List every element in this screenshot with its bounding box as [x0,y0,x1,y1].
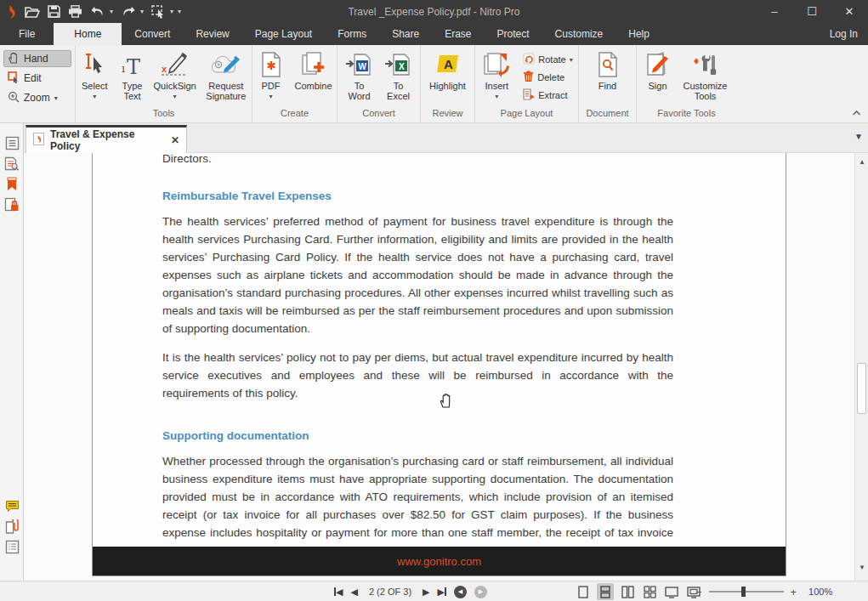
hand-mode-label: Hand [24,53,48,65]
print-button[interactable] [68,5,82,18]
window-controls: – ☐ ✕ [756,0,868,23]
tab-erase[interactable]: Erase [432,23,484,45]
document-viewport[interactable]: Directors. Reimbursable Travel Expenses … [24,153,854,581]
combine-button[interactable]: Combine [291,48,337,93]
vertical-scrollbar[interactable]: ▲ ▼ [854,153,868,581]
undo-button[interactable] [90,6,105,18]
tab-page-layout[interactable]: Page Layout [242,23,325,45]
next-page-button[interactable]: ▶ [423,587,429,598]
group-create: PDF ▾ Combine Create [252,45,337,122]
security-panel-icon[interactable] [0,195,24,214]
tab-review[interactable]: Review [183,23,241,45]
nitro-logo-icon [5,4,17,20]
scrollbar-thumb[interactable] [857,363,866,414]
zoom-in-button[interactable]: + [791,586,797,598]
tab-close-icon[interactable]: ✕ [171,134,179,146]
zoom-level-value[interactable]: 100% [803,587,832,597]
pdf-button[interactable]: PDF ▾ [253,48,289,104]
pdf-page: Directors. Reimbursable Travel Expenses … [92,153,786,576]
fit-width-view-icon[interactable] [663,583,680,600]
customize-tools-button[interactable]: Customize Tools [678,48,734,103]
page-layout-small-buttons: Rotate ▾ Delete Extract [520,48,575,103]
zoom-mode-button[interactable]: Zoom ▾ [3,89,71,106]
facing-view-icon[interactable] [619,583,636,600]
to-word-button[interactable]: W To Word [341,48,378,103]
first-page-button[interactable]: ◀ [334,587,343,598]
tab-file[interactable]: File [0,23,54,45]
insert-icon [483,50,510,79]
footer-url-link[interactable]: www.gonitro.com [397,555,481,568]
maximize-button[interactable]: ☐ [793,0,831,23]
select-button[interactable]: Select ▾ [76,48,114,104]
tab-home[interactable]: Home [54,23,122,45]
zoom-out-button[interactable]: − [695,586,702,598]
hand-mode-button[interactable]: Hand [3,50,71,67]
titlebar: ▾ ▾ ▾ ▾ Travel _Expense Policy.pdf - Nit… [0,0,868,23]
tab-protect[interactable]: Protect [485,23,542,45]
tab-customize[interactable]: Customize [542,23,616,45]
collapse-ribbon-button[interactable] [852,107,861,119]
select-tool-button[interactable] [151,5,166,19]
request-signature-button[interactable]: Request Signature [201,48,252,103]
outline-panel-icon[interactable] [0,537,24,557]
search-panel-icon[interactable] [0,154,24,173]
page-footer-band: www.gonitro.com [93,547,786,575]
pages-panel-icon[interactable] [0,133,24,153]
customize-qat-caret[interactable]: ▾ [178,8,181,15]
edit-mode-button[interactable]: Edit [3,70,71,87]
section-heading-supporting: Supporting documentation [162,428,673,443]
save-button[interactable] [48,5,60,18]
insert-label: Insert [485,81,509,91]
redo-button[interactable] [121,6,136,18]
group-document: Find Document [578,45,636,122]
sign-button[interactable]: Sign [640,48,676,93]
zoom-slider-handle[interactable] [741,587,746,597]
minimize-button[interactable]: – [756,0,793,23]
tab-list-dropdown-icon[interactable]: ▼ [854,132,863,141]
tab-forms[interactable]: Forms [325,23,379,45]
find-button[interactable]: Find [589,48,627,93]
tab-help[interactable]: Help [616,23,662,45]
next-view-button[interactable]: ▶ [474,586,487,598]
previous-view-button[interactable]: ◀ [454,586,467,598]
undo-dropdown-caret[interactable]: ▾ [110,8,113,15]
continuous-view-icon[interactable] [597,583,614,600]
group-label-page-layout: Page Layout [475,108,578,122]
to-word-icon: W [345,50,374,79]
extract-button[interactable]: Extract [520,88,575,103]
redo-dropdown-caret[interactable]: ▾ [140,8,144,15]
document-tab[interactable]: Travel & Expense Policy ✕ [26,125,187,153]
type-text-button[interactable]: ıT Type Text [116,48,150,103]
log-in-button[interactable]: Log In [830,23,858,45]
highlight-button[interactable]: A Highlight [423,48,473,93]
rotate-button[interactable]: Rotate ▾ [520,52,575,67]
to-excel-icon: X [384,50,413,79]
last-page-button[interactable]: ▶ [438,587,446,598]
zoom-slider[interactable] [709,591,784,592]
quicksign-button[interactable]: x QuickSign ▾ [151,48,199,104]
facing-continuous-view-icon[interactable] [641,583,658,600]
close-button[interactable]: ✕ [831,0,868,23]
attachments-panel-icon[interactable] [0,517,24,536]
navigation-sidebar [0,123,24,581]
previous-page-button[interactable]: ◀ [350,587,357,598]
open-button[interactable] [25,6,40,18]
insert-button[interactable]: Insert ▾ [478,48,515,104]
tab-share[interactable]: Share [379,23,432,45]
request-signature-label: Request Signature [203,81,249,101]
pdf-icon [260,50,282,79]
single-page-view-icon[interactable] [575,583,592,600]
delete-button[interactable]: Delete [520,70,575,85]
quicksign-label: QuickSign [154,81,196,91]
comments-panel-icon[interactable] [0,496,24,516]
page-indicator[interactable]: 2 (2 OF 3) [366,587,415,597]
scroll-up-icon[interactable]: ▲ [855,155,868,168]
to-excel-button[interactable]: X To Excel [380,48,417,103]
bookmarks-panel-icon[interactable] [0,174,24,194]
request-signature-icon [209,50,243,79]
tab-convert[interactable]: Convert [122,23,183,45]
scroll-down-icon[interactable]: ▼ [855,560,868,574]
select-tool-dropdown-caret[interactable]: ▾ [170,8,173,15]
hand-cursor [439,393,453,411]
section-heading-reimbursable: Reimbursable Travel Expenses [162,189,673,203]
